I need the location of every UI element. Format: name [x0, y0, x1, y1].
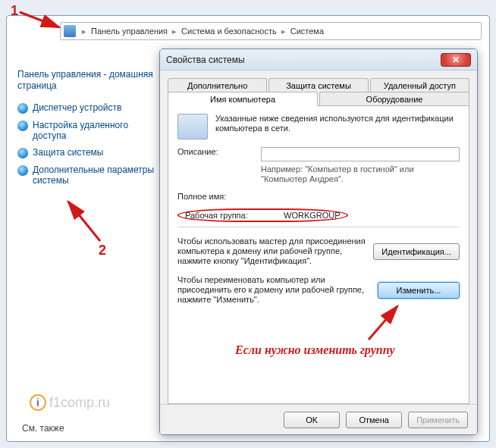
logo-icon: i [30, 394, 46, 411]
description-label: Описание: [177, 147, 253, 156]
sidebar-link-label: Диспетчер устройств [33, 102, 121, 113]
tab-panel-computer-name: Указанные ниже сведения используются для… [168, 105, 469, 404]
close-button[interactable]: ✕ [441, 53, 471, 67]
sidebar-link-device-manager[interactable]: Диспетчер устройств [17, 102, 162, 114]
description-example: Например: "Компьютер в гостиной" или "Ко… [261, 164, 460, 184]
watermark-text: f1comp.ru [49, 395, 110, 411]
sidebar-link-remote-settings[interactable]: Настройка удаленного доступа [17, 120, 162, 141]
annotation-number-1: 1 [11, 3, 18, 19]
workgroup-value: WORKGROUP [284, 211, 341, 220]
shield-icon [17, 103, 28, 114]
tab-advanced[interactable]: Дополнительно [168, 78, 267, 92]
tab-hardware[interactable]: Оборудование [319, 92, 469, 106]
tab-remote[interactable]: Удаленный доступ [370, 78, 469, 92]
tab-row-2: Имя компьютера Оборудование [168, 92, 469, 106]
watermark: i f1comp.ru [30, 394, 110, 411]
change-button[interactable]: Изменить... [378, 282, 460, 299]
see-also-label: См. также [22, 423, 64, 434]
side-panel: Панель управления - домашняя страница Ди… [17, 69, 162, 192]
divider [177, 227, 460, 227]
dialog-titlebar[interactable]: Свойства системы ✕ [160, 49, 477, 70]
tab-row-1: Дополнительно Защита системы Удаленный д… [168, 78, 469, 92]
annotation-note: Если нужно изменить группу [235, 343, 395, 357]
identify-button[interactable]: Идентификация... [373, 243, 460, 260]
address-bar[interactable]: ▸ Панель управления ▸ Система и безопасн… [60, 22, 482, 40]
ok-button[interactable]: OK [284, 412, 340, 428]
sidebar-link-label: Настройка удаленного доступа [33, 120, 162, 141]
control-panel-icon [64, 25, 76, 37]
system-properties-dialog: Свойства системы ✕ Дополнительно Защита … [159, 49, 478, 435]
cancel-button[interactable]: Отмена [346, 412, 402, 428]
identify-text: Чтобы использовать мастер для присоедине… [177, 237, 366, 266]
intro-text: Указанные ниже сведения используются для… [215, 114, 460, 133]
tab-system-protection[interactable]: Защита системы [268, 78, 368, 92]
chevron-right-icon: ▸ [171, 27, 178, 36]
dialog-button-row: OK Отмена Применить [160, 404, 477, 434]
description-input[interactable] [261, 147, 460, 161]
computer-icon [177, 114, 208, 139]
workgroup-label: Рабочая группа: [185, 211, 261, 220]
sidebar-link-system-protection[interactable]: Защита системы [17, 147, 162, 158]
shield-icon [17, 165, 28, 176]
change-text: Чтобы переименовать компьютер или присое… [177, 275, 370, 305]
workgroup-highlight: Рабочая группа: WORKGROUP [177, 208, 348, 222]
breadcrumb-leaf[interactable]: Система [287, 27, 327, 36]
fullname-label: Полное имя: [177, 192, 253, 201]
sidebar-link-label: Дополнительные параметры системы [33, 164, 162, 186]
chevron-right-icon: ▸ [280, 27, 287, 36]
control-panel-home-link[interactable]: Панель управления - домашняя страница [17, 69, 162, 92]
sidebar-link-label: Защита системы [33, 147, 103, 158]
shield-icon [17, 148, 28, 158]
apply-button[interactable]: Применить [408, 412, 468, 428]
annotation-number-2: 2 [99, 243, 106, 258]
shield-icon [17, 121, 28, 131]
breadcrumb-mid[interactable]: Система и безопасность [178, 27, 280, 36]
dialog-title: Свойства системы [166, 55, 245, 65]
chevron-right-icon: ▸ [80, 27, 88, 36]
sidebar-link-advanced-system-settings[interactable]: Дополнительные параметры системы [17, 164, 162, 186]
breadcrumb-root[interactable]: Панель управления [88, 27, 171, 36]
tab-computer-name[interactable]: Имя компьютера [168, 92, 318, 106]
